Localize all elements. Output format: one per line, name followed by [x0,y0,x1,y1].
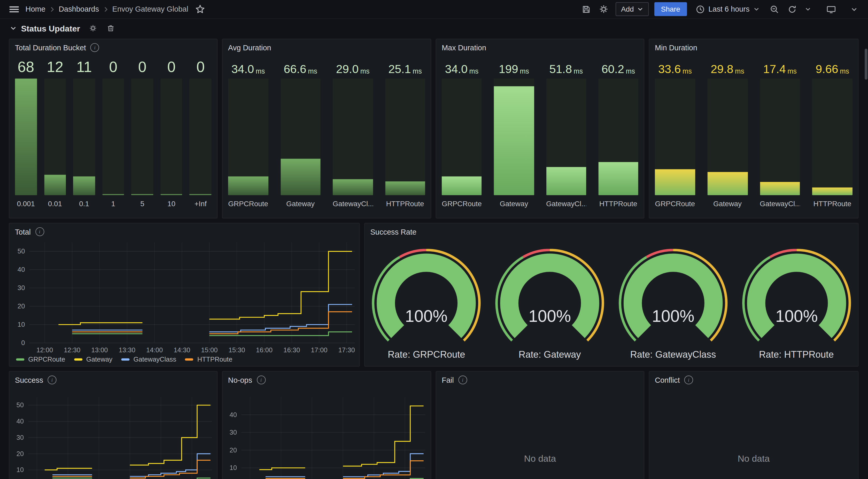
bar-gauge-value: 33.6ms [655,56,695,78]
bar-gauge-chart: 34.0msGRPCRoute199msGateway51.8msGateway… [442,56,638,210]
panel-header[interactable]: Total i [9,224,359,240]
panel-avg-duration: Avg Duration 34.0msGRPCRoute66.6msGatewa… [222,39,431,218]
svg-text:50: 50 [17,401,24,409]
favorite-star-button[interactable] [194,3,206,15]
refresh-button[interactable] [786,3,798,15]
bar-gauge-value: 29.8ms [707,56,748,78]
svg-text:16:00: 16:00 [256,346,273,353]
legend-item[interactable]: GRPCRoute [16,356,65,364]
kiosk-mode-button[interactable] [825,3,837,15]
panel-total-duration-bucket: Total Duration Bucket i 680.001120.01110… [9,39,218,218]
bar-gauge-category-label: Gateway [707,199,748,210]
bar-gauge-column: 34.0msGRPCRoute [442,56,482,210]
time-range-picker[interactable]: Last 6 hours [692,2,763,16]
info-icon[interactable]: i [684,376,693,384]
bar-gauge-fill [160,194,182,195]
panel-header[interactable]: Total Duration Bucket i [9,39,217,56]
row-title: Status Updater [21,24,80,33]
gauge-arc: 100% [614,249,732,343]
panel-success: Success i 01020304050 [9,371,218,479]
svg-text:17:30: 17:30 [338,346,355,353]
info-icon[interactable]: i [90,43,99,52]
svg-text:100%: 100% [405,307,448,326]
bar-gauge-category-label: Gateway [494,199,534,210]
row-settings-button[interactable] [88,23,98,33]
zoom-out-button[interactable] [768,3,780,15]
breadcrumb-current: Envoy Gateway Global [113,5,188,13]
bar-gauge-column: 010 [160,56,182,210]
panel-header[interactable]: Conflict i [649,372,858,388]
gauge: 100%Rate: GatewayClass [612,242,735,366]
bar-gauge-value: 11 [73,56,95,78]
bar-gauge-column: 680.001 [15,56,37,210]
breadcrumb-dashboards[interactable]: Dashboards [59,5,99,13]
gauge-label: Rate: HTTPRoute [759,349,834,361]
gauge: 100%Rate: GRPCRoute [365,242,488,366]
bar-gauge-track [44,78,66,195]
info-icon[interactable]: i [48,376,56,384]
svg-text:100%: 100% [652,307,694,326]
gauge-arc: 100% [738,249,855,343]
bar-gauge-fill [598,162,638,195]
menu-button[interactable] [8,3,20,15]
info-icon[interactable]: i [256,376,265,384]
row-collapse-toggle[interactable]: Status Updater [10,24,80,33]
svg-text:16:30: 16:30 [283,346,300,353]
legend-item[interactable]: GatewayClass [121,356,176,364]
dashboard-settings-button[interactable] [598,3,610,15]
panel-header[interactable]: Success Rate [365,224,858,240]
bar-gauge-fill [760,182,800,195]
row-delete-button[interactable] [106,23,116,33]
breadcrumb-home[interactable]: Home [26,5,45,13]
legend-item[interactable]: Gateway [74,356,113,364]
gauge-arc: 100% [368,249,485,343]
bar-gauge-category-label: Gateway [280,199,320,210]
bar-gauge-column: 120.01 [44,56,66,210]
bar-gauge-column: 01 [102,56,124,210]
chevron-down-icon [10,25,17,32]
bar-gauge-value: 0 [190,56,212,78]
bar-gauge-value: 17.4ms [760,56,800,78]
panel-title: Total Duration Bucket [15,43,86,52]
bar-gauge-column: 34.0msGRPCRoute [228,56,268,210]
bar-gauge-column: 25.1msHTTPRoute [385,56,425,210]
gauge-arc: 100% [491,249,609,343]
dashboard-row-header: Status Updater [0,20,868,36]
svg-text:100%: 100% [529,307,571,326]
bar-gauge-fill [812,187,852,195]
bar-gauge-track [102,78,124,195]
monitor-icon [826,5,835,13]
time-series-chart: 12:0012:3013:0013:3014:0014:3015:0015:30… [9,224,360,367]
bar-gauge-column: 29.0msGatewayCl... [333,56,373,210]
bar-gauge-fill [15,78,37,195]
panel-title: No-ops [228,376,252,384]
panel-header[interactable]: Max Duration [436,39,644,56]
gear-icon [89,24,97,32]
info-icon[interactable]: i [35,227,44,236]
bar-gauge-category-label: 0.01 [44,199,66,210]
panel-header[interactable]: Success i [9,372,217,388]
bar-gauge-category-label: GatewayCl... [546,199,586,210]
bar-gauge-column: 9.66msHTTPRoute [812,56,852,210]
share-button[interactable]: Share [654,2,687,16]
bar-gauge-category-label: 10 [160,199,182,210]
save-dashboard-button[interactable] [580,3,592,15]
refresh-interval-dropdown[interactable] [804,3,811,15]
collapse-controls-button[interactable] [848,3,860,15]
panel-header[interactable]: Min Duration [649,39,858,56]
bar-gauge-column: 17.4msGatewayCl... [760,56,800,210]
panel-header[interactable]: Fail i [436,372,644,388]
bar-gauge-track [280,78,320,195]
legend-item[interactable]: HTTPRoute [185,356,232,364]
bar-gauge-fill [385,181,425,195]
hamburger-icon [9,5,18,13]
gear-icon [599,4,609,14]
panel-header[interactable]: No-ops i [222,372,431,388]
bar-gauge-track [228,78,268,195]
gauge-label: Rate: Gateway [519,349,581,361]
scrollbar-thumb[interactable] [865,49,867,80]
add-button[interactable]: Add [616,2,649,16]
panel-header[interactable]: Avg Duration [222,39,431,56]
bar-gauge-column: 199msGateway [494,56,534,210]
info-icon[interactable]: i [458,376,467,384]
